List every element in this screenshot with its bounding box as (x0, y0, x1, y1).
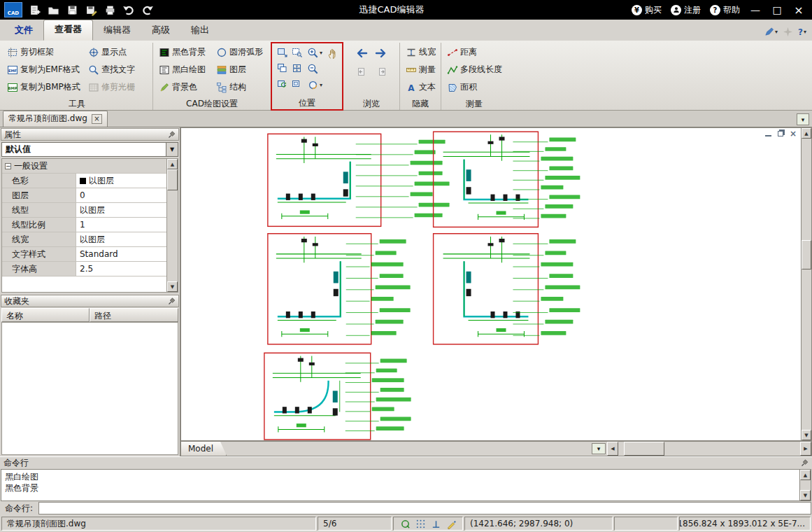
tab-advanced[interactable]: 高级 (141, 21, 180, 41)
bw-drawing-button[interactable]: 黑白绘图 (157, 61, 214, 78)
zoom-window-button[interactable] (290, 45, 304, 59)
scroll-up-icon[interactable]: ▲ (802, 128, 811, 139)
pan-hand-button[interactable] (325, 46, 339, 60)
background-color-button[interactable]: 背景色 (157, 78, 214, 96)
cad-canvas[interactable]: × (180, 127, 801, 441)
model-tab[interactable]: Model (181, 442, 227, 456)
tab-output[interactable]: 输出 (180, 21, 220, 41)
scroll-down-icon[interactable]: ▼ (167, 281, 178, 292)
property-row-text-style[interactable]: 文字样式 Standard (2, 247, 166, 262)
pen-style-icon[interactable] (446, 519, 457, 529)
new-file-button[interactable] (27, 3, 41, 17)
tab-viewer[interactable]: 查看器 (43, 20, 93, 41)
show-points-button[interactable]: 显示点 (86, 43, 149, 61)
scroll-up-icon[interactable]: ▲ (167, 159, 178, 169)
scroll-down-icon[interactable]: ▼ (802, 430, 811, 440)
undo-button[interactable] (122, 3, 136, 17)
scroll-right-icon[interactable]: ▶ (800, 442, 811, 456)
property-row-linetype-scale[interactable]: 线型比例 1 (2, 218, 166, 232)
hide-measure-button[interactable]: 测量 (404, 61, 437, 78)
register-button[interactable]: 注册 (668, 4, 704, 16)
redo-button[interactable] (141, 3, 155, 17)
tab-editor[interactable]: 编辑器 (93, 21, 141, 41)
back-button[interactable] (354, 46, 368, 60)
scroll-thumb[interactable] (167, 169, 178, 190)
copy-emf-button[interactable]: EMF 复制为EMF格式 (5, 61, 86, 78)
trim-raster-button[interactable]: 修剪光栅 (86, 78, 149, 96)
layers-button[interactable]: 图层 (214, 61, 267, 78)
favorites-col-name[interactable]: 名称 (1, 308, 90, 322)
tab-file[interactable]: 文件 (4, 21, 43, 41)
previous-view-button[interactable] (275, 61, 289, 75)
scroll-down-icon[interactable]: ▼ (800, 490, 811, 500)
forward-button[interactable] (375, 46, 389, 60)
pin-icon[interactable] (168, 298, 176, 305)
scroll-up-icon[interactable]: ▲ (800, 470, 811, 480)
layout-dropdown-button[interactable]: ▾ (592, 443, 606, 454)
mdi-minimize-icon[interactable] (765, 131, 771, 136)
preset-select[interactable]: 默认值 ▼ (1, 142, 178, 157)
document-close-icon[interactable]: × (92, 114, 102, 124)
tab-list-dropdown-button[interactable]: ▾ (797, 113, 809, 125)
hide-text-button[interactable]: A 文本 (404, 78, 437, 96)
minimize-button[interactable]: — (746, 2, 764, 18)
polyline-length-button[interactable]: 多段线长度 (445, 61, 504, 78)
vertical-scrollbar[interactable]: ▲ ▼ (801, 127, 812, 441)
distance-button[interactable]: 距离 (445, 43, 504, 61)
clip-frame-button[interactable]: 剪切框架 (5, 43, 86, 61)
property-row-color[interactable]: 色彩 以图层 (2, 174, 166, 188)
property-row-linetype[interactable]: 线型 以图层 (2, 203, 166, 218)
save-button[interactable] (65, 3, 79, 17)
command-scrollbar[interactable]: ▲ ▼ (799, 470, 811, 500)
copy-bmp-button[interactable]: BMP 复制为BMP格式 (5, 78, 86, 96)
pan-view-button[interactable] (275, 45, 289, 59)
print-button[interactable] (103, 3, 117, 17)
document-tab[interactable]: 常规吊顶剖面图.dwg × (3, 111, 108, 127)
scroll-left-icon[interactable]: ◀ (607, 442, 618, 456)
page-back-button[interactable] (354, 64, 368, 78)
snap-icon[interactable] (400, 519, 411, 529)
property-row-lineweight[interactable]: 线宽 以图层 (2, 232, 166, 247)
black-background-button[interactable]: 黑色背景 (157, 43, 214, 61)
mdi-close-icon[interactable]: × (790, 130, 797, 137)
horizontal-scroll-thumb[interactable] (624, 442, 664, 456)
smooth-arc-button[interactable]: 圆滑弧形 (214, 43, 267, 61)
collapse-icon[interactable]: − (5, 163, 11, 169)
ortho-icon[interactable] (431, 519, 441, 529)
zoom-orbit-button[interactable]: ▾ (307, 77, 322, 93)
command-input[interactable] (38, 502, 811, 514)
property-section-general[interactable]: − 一般设置 (2, 159, 166, 174)
favorite-star-button[interactable] (783, 27, 792, 36)
property-row-layer[interactable]: 图层 0 (2, 188, 166, 203)
page-forward-button[interactable] (375, 64, 389, 78)
line-width-button[interactable]: 线宽 (404, 43, 437, 61)
open-file-button[interactable] (46, 3, 60, 17)
buy-button[interactable]: ¥ 购买 (629, 4, 664, 16)
property-grid-scrollbar[interactable]: ▲ ▼ (166, 159, 178, 292)
structure-button[interactable]: 结构 (214, 78, 267, 96)
find-text-button[interactable]: 查找文字 (86, 61, 149, 78)
pin-icon[interactable] (801, 459, 809, 467)
save-as-button[interactable] (84, 3, 98, 17)
area-button[interactable]: 面积 (445, 78, 504, 96)
pin-icon[interactable] (168, 131, 176, 139)
favorites-col-path[interactable]: 路径 (90, 308, 178, 322)
zoom-out-button[interactable] (307, 61, 322, 77)
horizontal-scrollbar[interactable]: ◀ ▶ (607, 442, 811, 456)
mdi-restore-icon[interactable] (778, 131, 783, 136)
maximize-button[interactable]: □ (768, 2, 786, 18)
close-button[interactable]: × (790, 2, 808, 18)
preset-dropdown-icon[interactable]: ▼ (166, 143, 178, 156)
property-row-text-height[interactable]: 字体高 2.5 (2, 262, 166, 276)
style-pencil-button[interactable]: ▾ (764, 27, 778, 37)
vertical-scroll-thumb[interactable] (802, 240, 811, 270)
zoom-in-button[interactable]: ▾ (307, 45, 322, 61)
help-button[interactable]: ? 帮助 (707, 4, 743, 16)
ribbon-help-button[interactable]: ? ▾ (798, 27, 806, 37)
command-history[interactable]: 黑白绘图 黑色背景 ▲ ▼ (1, 469, 811, 501)
zoom-extents-button[interactable] (290, 61, 304, 75)
refresh-view-button[interactable] (275, 77, 289, 91)
grid-icon[interactable] (415, 519, 426, 529)
zoom-selection-button[interactable] (290, 77, 304, 91)
favorites-list[interactable] (1, 322, 178, 455)
